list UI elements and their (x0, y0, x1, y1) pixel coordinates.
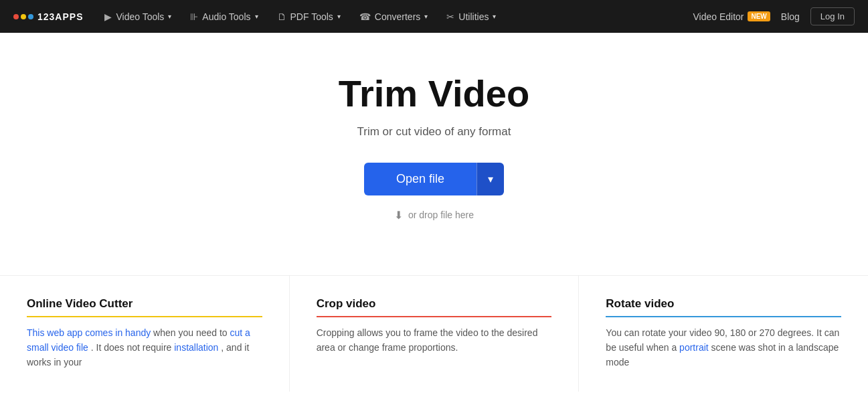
nav-audio-tools-label: Audio Tools (202, 11, 250, 22)
chevron-down-icon-3: ▾ (337, 13, 341, 20)
audio-icon: ⊪ (190, 11, 198, 22)
pdf-icon: 🗋 (277, 11, 286, 22)
nav-right: Video Editor NEW Blog Log In (693, 7, 855, 25)
nav-converters[interactable]: ☎ Converters ▾ (351, 0, 436, 33)
open-file-dropdown-button[interactable]: ▾ (476, 163, 504, 195)
card-video-cutter: Online Video Cutter This web app comes i… (0, 276, 290, 392)
chevron-down-icon-open: ▾ (488, 173, 493, 185)
card-text-3: You can rotate your video 90, 180 or 270… (606, 325, 841, 370)
logo-text: 123APPS (37, 11, 83, 22)
card-title-1: Online Video Cutter (27, 297, 262, 317)
card-title-2: Crop video (317, 297, 552, 317)
page-subtitle: Trim or cut video of any format (357, 125, 511, 139)
card-rotate-video: Rotate video You can rotate your video 9… (579, 276, 868, 392)
nav-pdf-tools[interactable]: 🗋 PDF Tools ▾ (269, 0, 349, 33)
logo-dots (13, 14, 33, 19)
new-badge: NEW (748, 11, 770, 21)
navbar: 123APPS ▶ Video Tools ▾ ⊪ Audio Tools ▾ … (0, 0, 868, 33)
drop-zone[interactable]: ⬇ or drop file here (394, 209, 474, 222)
main-content: Trim Video Trim or cut video of any form… (0, 33, 868, 392)
open-file-wrapper: Open file ▾ (364, 163, 504, 195)
video-editor-link[interactable]: Video Editor NEW (693, 11, 770, 22)
nav-video-tools[interactable]: ▶ Video Tools ▾ (96, 0, 179, 33)
dot-red (13, 14, 19, 19)
chevron-down-icon-2: ▾ (255, 13, 258, 20)
drop-text: or drop file here (408, 210, 474, 220)
chevron-down-icon: ▾ (168, 13, 171, 20)
page-title: Trim Video (339, 73, 529, 114)
nav-video-tools-label: Video Tools (116, 11, 164, 22)
utilities-icon: ✂ (446, 11, 454, 22)
nav-pdf-tools-label: PDF Tools (290, 11, 333, 22)
login-button[interactable]: Log In (810, 7, 855, 25)
dot-yellow (21, 14, 26, 19)
dot-blue (28, 14, 33, 19)
nav-utilities-label: Utilities (458, 11, 489, 22)
blog-link[interactable]: Blog (781, 11, 800, 22)
converters-icon: ☎ (359, 11, 371, 22)
card-text-1: This web app comes in handy when you nee… (27, 325, 262, 370)
feature-cards: Online Video Cutter This web app comes i… (0, 275, 868, 392)
nav-audio-tools[interactable]: ⊪ Audio Tools ▾ (182, 0, 266, 33)
card-title-3: Rotate video (606, 297, 841, 317)
chevron-down-icon-5: ▾ (493, 13, 496, 20)
chevron-down-icon-4: ▾ (424, 13, 428, 20)
nav-utilities[interactable]: ✂ Utilities ▾ (438, 0, 504, 33)
card-text-2: Cropping allows you to frame the video t… (317, 325, 552, 355)
nav-converters-label: Converters (375, 11, 420, 22)
logo[interactable]: 123APPS (13, 11, 83, 22)
video-icon: ▶ (104, 11, 112, 22)
download-icon: ⬇ (394, 209, 403, 222)
card-crop-video: Crop video Cropping allows you to frame … (290, 276, 580, 392)
open-file-button[interactable]: Open file (364, 163, 476, 195)
video-editor-label: Video Editor (693, 11, 744, 22)
